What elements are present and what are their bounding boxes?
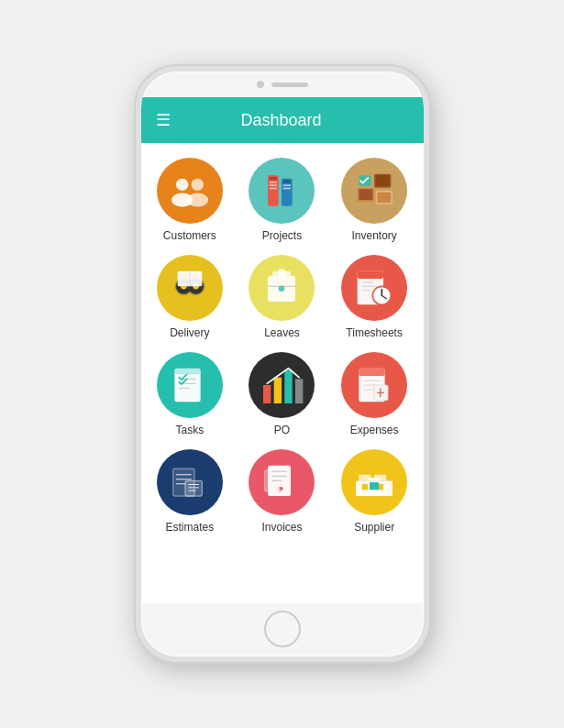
grid-item-timesheets[interactable]: Timesheets [335,255,415,339]
phone-screen: ☰ Dashboard Customers Projects [141,97,424,603]
svg-rect-47 [263,385,271,403]
svg-rect-5 [270,177,277,180]
icon-label-customers: Customers [163,229,216,242]
icon-label-estimates: Estimates [165,521,214,534]
hamburger-icon[interactable]: ☰ [156,112,171,128]
icon-circle-delivery [157,255,223,321]
icon-circle-customers [157,158,223,224]
grid-item-tasks[interactable]: Tasks [150,352,230,436]
svg-rect-73 [265,470,270,491]
icon-circle-timesheets [341,255,407,321]
svg-rect-8 [270,188,277,190]
icon-label-leaves: Leaves [264,326,300,339]
svg-rect-50 [295,379,303,403]
icon-circle-inventory [341,158,407,224]
svg-rect-10 [283,180,291,182]
grid-item-invoices[interactable]: $ Invoices [242,449,322,534]
camera-dot [257,81,264,88]
speaker-bar [271,83,308,87]
svg-rect-11 [283,184,291,186]
page-title: Dashboard [180,111,383,130]
svg-point-0 [176,179,188,191]
phone-frame: ☰ Dashboard Customers Projects [136,66,429,662]
grid-item-supplier[interactable]: Supplier [335,449,415,534]
svg-rect-52 [359,369,384,376]
svg-rect-38 [362,290,371,292]
dashboard-grid: Customers Projects Inventory [141,143,424,603]
grid-item-customers[interactable]: Customers [150,158,230,242]
svg-rect-35 [358,271,383,279]
svg-point-1 [191,179,203,191]
svg-rect-36 [362,281,374,283]
grid-item-projects[interactable]: Projects [242,158,322,242]
svg-rect-49 [285,370,293,403]
icon-circle-estimates [157,449,223,515]
grid-item-estimates[interactable]: Estimates [150,449,230,534]
home-button[interactable] [264,611,301,647]
grid-item-inventory[interactable]: Inventory [335,158,415,242]
icon-circle-supplier [341,449,407,515]
svg-rect-63 [185,480,202,496]
svg-text:$: $ [279,486,282,492]
icon-label-supplier: Supplier [354,521,394,534]
icon-label-delivery: Delivery [170,326,209,339]
icon-label-po: PO [274,424,290,436]
app-header: ☰ Dashboard [141,97,424,143]
icon-label-timesheets: Timesheets [346,326,403,339]
icon-circle-po [249,352,315,418]
svg-rect-18 [377,193,391,204]
svg-rect-7 [270,184,277,186]
svg-rect-14 [376,175,390,186]
svg-rect-16 [359,189,372,200]
svg-rect-32 [279,270,285,277]
svg-rect-79 [362,484,369,491]
grid-item-expenses[interactable]: Expenses [335,352,415,436]
grid-item-leaves[interactable]: Leaves [242,255,322,339]
svg-rect-43 [174,369,200,375]
icon-circle-projects [249,158,315,224]
svg-rect-48 [274,378,282,403]
icon-label-invoices: Invoices [261,521,302,534]
grid-item-po[interactable]: PO [242,352,322,436]
svg-rect-37 [362,286,378,288]
icon-circle-expenses [341,352,407,418]
icon-label-tasks: Tasks [175,424,204,436]
icon-circle-tasks [157,352,223,418]
svg-rect-12 [283,188,291,190]
svg-rect-6 [270,182,277,183]
grid-item-delivery[interactable]: Delivery [150,255,230,339]
icon-label-expenses: Expenses [350,424,399,436]
icon-circle-invoices: $ [249,449,315,515]
icon-label-inventory: Inventory [351,229,396,242]
svg-point-33 [279,286,285,292]
svg-rect-81 [370,482,379,490]
icon-label-projects: Projects [262,229,302,242]
icon-circle-leaves [249,255,315,321]
svg-point-3 [186,193,207,207]
phone-notch [141,72,424,97]
